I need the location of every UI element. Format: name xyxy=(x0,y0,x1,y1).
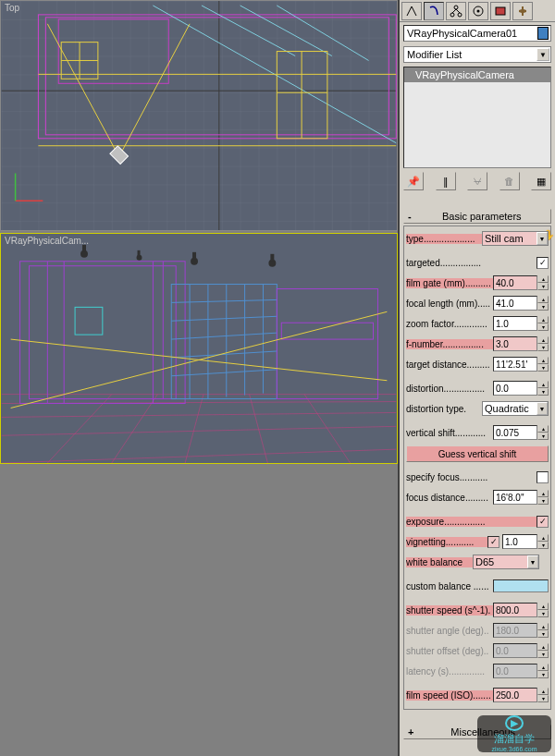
modifier-list-dropdown[interactable]: Modifier List ▼ xyxy=(403,46,551,63)
object-name-input[interactable] xyxy=(404,28,537,39)
shutter-speed-label: shutter speed (s^-1). xyxy=(406,605,493,616)
svg-rect-24 xyxy=(2,234,397,463)
shutter-offset-input xyxy=(493,643,537,658)
spinner[interactable]: ▴▾ xyxy=(537,381,549,396)
vignetting-label: vignetting........... xyxy=(406,537,487,547)
viewport-perspective[interactable]: VRayPhysicalCam... xyxy=(0,233,398,464)
zoom-factor-input[interactable] xyxy=(493,316,537,331)
svg-rect-72 xyxy=(496,7,505,15)
distortion-label: distortion................ xyxy=(406,384,493,394)
hierarchy-tab[interactable] xyxy=(446,2,466,20)
configure-sets-button[interactable]: ▦ xyxy=(531,172,551,190)
panel-tab-row xyxy=(400,0,555,22)
focus-distance-label: focus distance......... xyxy=(406,493,493,503)
svg-point-65 xyxy=(454,6,458,9)
shutter-speed-input[interactable] xyxy=(493,603,537,617)
command-panel: Modifier List ▼ VRayPhysicalCamera 📌 ‖ ⩝… xyxy=(398,0,555,756)
type-dropdown[interactable]: Still cam▼ xyxy=(482,231,549,246)
svg-rect-64 xyxy=(270,254,274,262)
vignetting-checkbox[interactable]: ✓ xyxy=(487,536,500,548)
watermark: ▶ 溜溜自学 zixue.3d66.com xyxy=(477,715,551,752)
shutter-angle-label: shutter angle (deg).. xyxy=(406,626,493,636)
f-number-input[interactable] xyxy=(493,336,537,351)
film-speed-input[interactable] xyxy=(493,688,537,702)
shutter-angle-input xyxy=(493,623,537,638)
spinner: ▴▾ xyxy=(537,664,549,678)
svg-line-69 xyxy=(456,9,460,13)
focal-length-label: focal length (mm)..... xyxy=(406,299,493,309)
stack-toolbar: 📌 ‖ ⩝ 🗑 ▦ xyxy=(403,172,551,192)
pin-stack-button[interactable]: 📌 xyxy=(403,172,424,190)
create-tab[interactable] xyxy=(401,2,422,20)
film-gate-input[interactable] xyxy=(493,275,537,290)
custom-balance-label: custom balance ...... xyxy=(406,581,493,591)
object-name-field[interactable] xyxy=(403,25,551,42)
distortion-type-dropdown[interactable]: Quadratic▼ xyxy=(482,401,549,416)
specify-focus-checkbox[interactable] xyxy=(536,471,549,483)
svg-point-71 xyxy=(477,10,480,13)
object-color-swatch[interactable] xyxy=(537,27,549,40)
spinner[interactable]: ▴▾ xyxy=(537,534,549,549)
spinner[interactable]: ▴▾ xyxy=(537,316,549,331)
exposure-label: exposure................ xyxy=(406,517,536,527)
vertical-shift-input[interactable] xyxy=(493,425,537,440)
focal-length-input[interactable] xyxy=(493,296,537,311)
shutter-offset-label: shutter offset (deg).. xyxy=(406,646,493,656)
display-tab[interactable] xyxy=(490,2,511,20)
spinner[interactable]: ▴▾ xyxy=(537,296,549,311)
vignetting-input[interactable] xyxy=(502,534,537,549)
latency-input xyxy=(493,664,537,678)
svg-line-68 xyxy=(452,9,456,13)
viewport-top-label: Top xyxy=(5,3,19,13)
distortion-input[interactable] xyxy=(493,381,537,396)
minus-icon: - xyxy=(408,211,412,222)
targeted-label: targeted................ xyxy=(406,258,536,268)
exposure-checkbox[interactable]: ✓ xyxy=(536,516,549,528)
chevron-down-icon: ▼ xyxy=(536,48,549,61)
motion-tab[interactable] xyxy=(468,2,488,20)
spinner[interactable]: ▴▾ xyxy=(537,336,549,351)
latency-label: latency (s).............. xyxy=(406,666,493,677)
plus-icon: + xyxy=(408,726,413,738)
play-icon: ▶ xyxy=(505,715,524,731)
spinner: ▴▾ xyxy=(537,623,549,638)
rollout-basic-header[interactable]: - Basic parameters xyxy=(403,209,551,224)
guess-vertical-shift-button[interactable]: Guess vertical shift xyxy=(406,445,549,462)
utilities-tab[interactable] xyxy=(512,2,533,20)
spinner[interactable]: ▴▾ xyxy=(537,425,549,440)
svg-rect-58 xyxy=(82,245,86,252)
viewport-area: Top xyxy=(0,0,398,756)
vertical-shift-label: vertical shift............ xyxy=(406,428,493,438)
show-end-result-button[interactable]: ‖ xyxy=(436,172,456,190)
spinner[interactable]: ▴▾ xyxy=(537,275,549,290)
make-unique-button[interactable]: ⩝ xyxy=(467,172,487,190)
svg-rect-60 xyxy=(138,250,141,257)
spinner[interactable]: ▴▾ xyxy=(537,490,549,505)
target-distance-label: target distance......... xyxy=(406,360,493,370)
spinner[interactable]: ▴▾ xyxy=(537,603,549,617)
svg-point-67 xyxy=(458,13,462,17)
type-label: type.................... xyxy=(406,234,482,244)
distortion-type-label: distortion type. xyxy=(406,404,482,414)
zoom-factor-label: zoom factor............. xyxy=(406,319,493,329)
svg-point-66 xyxy=(450,13,454,17)
modify-tab[interactable] xyxy=(424,2,444,20)
spinner: ▴▾ xyxy=(537,643,549,658)
svg-rect-1 xyxy=(2,1,397,230)
spinner[interactable]: ▴▾ xyxy=(537,688,549,702)
targeted-checkbox[interactable]: ✓ xyxy=(536,257,549,269)
focus-distance-input[interactable] xyxy=(493,490,537,505)
stack-item[interactable]: VRayPhysicalCamera xyxy=(404,67,550,82)
viewport-top[interactable]: Top xyxy=(0,0,398,231)
rollout-basic-title: Basic parameters xyxy=(417,211,547,222)
custom-balance-color[interactable] xyxy=(493,579,549,592)
white-balance-dropdown[interactable]: D65▼ xyxy=(473,555,539,569)
film-speed-label: film speed (ISO)....... xyxy=(406,690,493,701)
remove-modifier-button[interactable]: 🗑 xyxy=(500,172,520,190)
viewport-bottom-label: VRayPhysicalCam... xyxy=(5,236,89,246)
spinner[interactable]: ▴▾ xyxy=(537,357,549,372)
white-balance-label: white balance xyxy=(406,557,473,567)
specify-focus-label: specify focus........... xyxy=(406,472,536,482)
modifier-stack[interactable]: VRayPhysicalCamera xyxy=(403,67,551,168)
target-distance-input[interactable] xyxy=(493,357,537,372)
